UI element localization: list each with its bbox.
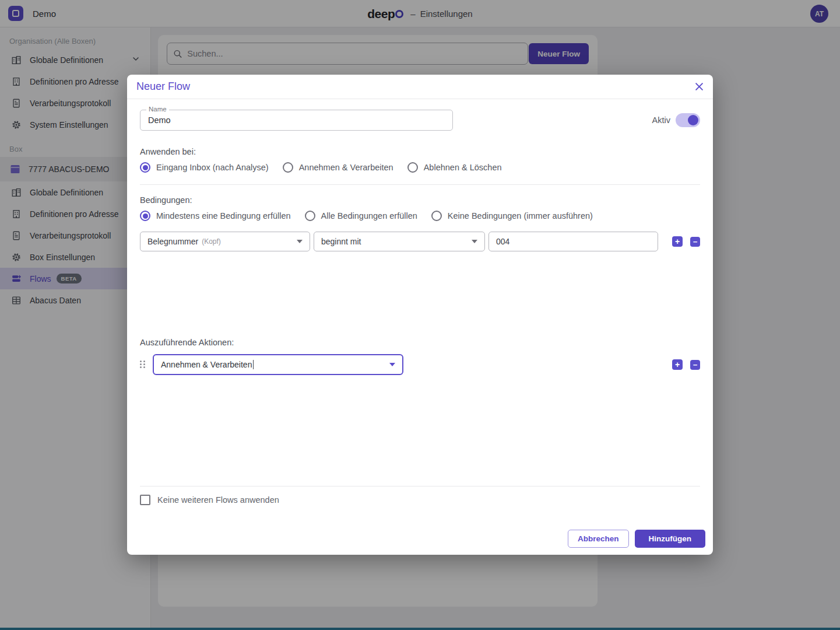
active-toggle-label: Aktiv — [652, 116, 670, 125]
apply-section-label: Anwenden bei: — [140, 147, 700, 156]
condition-row: Belegnummer (Kopf) beginnt mit + − — [140, 232, 700, 251]
condition-operator-select[interactable]: beginnt mit — [314, 232, 485, 251]
no-further-flows-row: Keine weiteren Flows anwenden — [140, 495, 700, 505]
condition-operator-value: beginnt mit — [321, 237, 361, 246]
apply-radio-group: Eingang Inbox (nach Analyse) Annehmen & … — [140, 162, 700, 173]
actions-section-label: Auszuführende Aktionen: — [140, 338, 700, 347]
radio-annehmen-verarbeiten[interactable]: Annehmen & Verarbeiten — [283, 162, 393, 173]
radio-icon[interactable] — [305, 211, 315, 221]
action-row: Annehmen & Verarbeiten + − — [140, 354, 700, 375]
radio-label: Keine Bedingungen (immer ausführen) — [448, 211, 593, 220]
no-further-flows-checkbox[interactable] — [140, 495, 150, 505]
radio-keine-bedingungen[interactable]: Keine Bedingungen (immer ausführen) — [431, 211, 593, 221]
no-further-flows-label: Keine weiteren Flows anwenden — [157, 495, 279, 505]
radio-eingang-inbox[interactable]: Eingang Inbox (nach Analyse) — [140, 162, 269, 173]
radio-icon[interactable] — [407, 162, 418, 173]
dropdown-arrow-icon — [472, 240, 477, 243]
radio-label: Eingang Inbox (nach Analyse) — [156, 163, 269, 172]
dropdown-arrow-icon — [389, 363, 395, 366]
condition-field-value: Belegnummer — [147, 237, 198, 246]
close-icon[interactable] — [695, 82, 704, 91]
conditions-section-label: Bedingungen: — [140, 195, 700, 205]
add-condition-button[interactable]: + — [672, 236, 683, 247]
new-flow-dialog: Neuer Flow Name Aktiv Anwenden bei: Eing… — [127, 75, 713, 555]
name-input[interactable] — [148, 116, 445, 125]
name-field-label: Name — [146, 106, 169, 113]
radio-label: Alle Bedingungen erfüllen — [321, 211, 417, 220]
radio-icon[interactable] — [283, 162, 293, 173]
dropdown-arrow-icon — [297, 240, 303, 243]
dialog-header: Neuer Flow — [127, 75, 713, 99]
radio-ablehnen-loeschen[interactable]: Ablehnen & Löschen — [407, 162, 502, 173]
action-select-value: Annehmen & Verarbeiten — [161, 360, 252, 369]
radio-label: Annehmen & Verarbeiten — [299, 163, 393, 172]
name-field[interactable]: Name — [140, 110, 453, 131]
condition-value-input[interactable] — [496, 237, 651, 246]
active-toggle[interactable] — [676, 113, 700, 127]
dialog-title: Neuer Flow — [136, 80, 190, 93]
radio-selected-icon[interactable] — [140, 211, 150, 221]
radio-alle-bedingungen[interactable]: Alle Bedingungen erfüllen — [305, 211, 417, 221]
section-divider — [140, 184, 700, 185]
radio-selected-icon[interactable] — [140, 162, 150, 173]
drag-handle-icon[interactable] — [140, 360, 146, 369]
condition-field-suffix: (Kopf) — [202, 237, 221, 246]
radio-mindestens-eine[interactable]: Mindestens eine Bedingung erfüllen — [140, 211, 291, 221]
radio-label: Mindestens eine Bedingung erfüllen — [156, 211, 291, 220]
add-action-button[interactable]: + — [672, 359, 683, 370]
text-cursor — [253, 360, 254, 369]
section-divider — [140, 486, 700, 487]
action-select[interactable]: Annehmen & Verarbeiten — [153, 354, 403, 375]
radio-label: Ablehnen & Löschen — [424, 163, 502, 172]
conditions-radio-group: Mindestens eine Bedingung erfüllen Alle … — [140, 211, 700, 221]
remove-condition-button[interactable]: − — [690, 237, 700, 247]
radio-icon[interactable] — [431, 211, 442, 221]
condition-field-select[interactable]: Belegnummer (Kopf) — [140, 232, 310, 251]
submit-button[interactable]: Hinzufügen — [635, 530, 706, 548]
cancel-button[interactable]: Abbrechen — [568, 530, 629, 548]
remove-action-button[interactable]: − — [690, 360, 700, 370]
dialog-footer: Abbrechen Hinzufügen — [127, 530, 713, 555]
condition-value-field[interactable] — [488, 232, 658, 251]
